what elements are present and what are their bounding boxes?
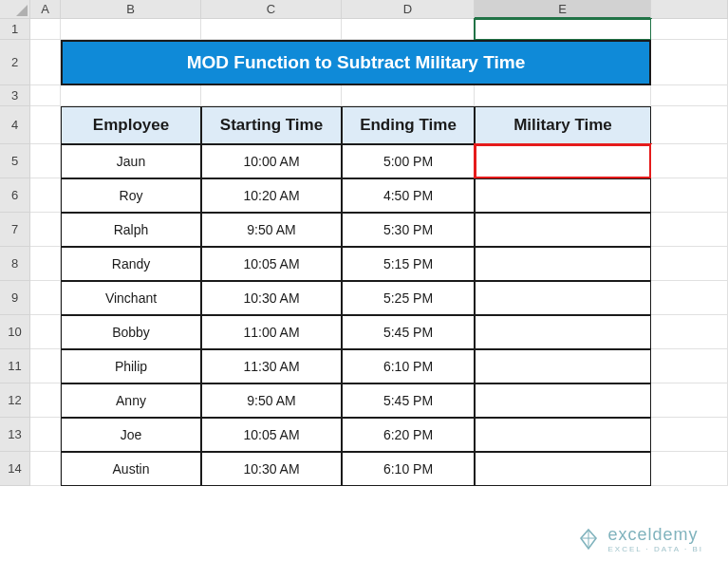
cell-military-1[interactable] (475, 178, 651, 213)
row-header-12[interactable]: 12 (0, 383, 30, 418)
cell-start-6[interactable]: 11:30 AM (201, 349, 342, 383)
col-header-blank[interactable] (651, 0, 728, 19)
col-header-A[interactable]: A (30, 0, 61, 19)
cell-F8[interactable] (651, 247, 728, 281)
cell-military-7[interactable] (475, 383, 651, 418)
cell-E3[interactable] (475, 85, 651, 106)
cell-start-2[interactable]: 9:50 AM (201, 213, 342, 247)
cell-F1[interactable] (651, 19, 728, 40)
cell-end-9[interactable]: 6:10 PM (342, 452, 475, 486)
cell-military-5[interactable] (475, 315, 651, 349)
cell-end-3[interactable]: 5:15 PM (342, 247, 475, 281)
cell-employee-6[interactable]: Philip (61, 349, 201, 383)
cell-F2[interactable] (651, 40, 728, 85)
cell-start-4[interactable]: 10:30 AM (201, 281, 342, 315)
cell-F4[interactable] (651, 106, 728, 144)
cell-end-8[interactable]: 6:20 PM (342, 418, 475, 452)
cell-A9[interactable] (30, 281, 61, 315)
cell-employee-8[interactable]: Joe (61, 418, 201, 452)
cell-employee-7[interactable]: Anny (61, 383, 201, 418)
cell-employee-9[interactable]: Austin (61, 452, 201, 486)
col-header-D[interactable]: D (342, 0, 475, 19)
cell-B3[interactable] (61, 85, 201, 106)
cell-F11[interactable] (651, 349, 728, 383)
cell-C1[interactable] (201, 19, 342, 40)
cell-A3[interactable] (30, 85, 61, 106)
cell-F9[interactable] (651, 281, 728, 315)
cell-F13[interactable] (651, 418, 728, 452)
row-header-2[interactable]: 2 (0, 40, 30, 85)
cell-A7[interactable] (30, 213, 61, 247)
header-military[interactable]: Military Time (475, 106, 651, 144)
cell-D1[interactable] (342, 19, 475, 40)
cell-military-0[interactable] (475, 144, 651, 178)
cell-A1[interactable] (30, 19, 61, 40)
cell-start-0[interactable]: 10:00 AM (201, 144, 342, 178)
cell-F7[interactable] (651, 213, 728, 247)
row-header-9[interactable]: 9 (0, 281, 30, 315)
cell-B1[interactable] (61, 19, 201, 40)
row-header-10[interactable]: 10 (0, 315, 30, 349)
cell-end-6[interactable]: 6:10 PM (342, 349, 475, 383)
cell-A2[interactable] (30, 40, 61, 85)
cell-military-6[interactable] (475, 349, 651, 383)
col-header-C[interactable]: C (201, 0, 342, 19)
cell-employee-4[interactable]: Vinchant (61, 281, 201, 315)
row-header-7[interactable]: 7 (0, 213, 30, 247)
cell-F3[interactable] (651, 85, 728, 106)
col-header-E[interactable]: E (475, 0, 651, 19)
row-header-13[interactable]: 13 (0, 418, 30, 452)
cell-end-4[interactable]: 5:25 PM (342, 281, 475, 315)
cell-military-4[interactable] (475, 281, 651, 315)
cell-A6[interactable] (30, 178, 61, 213)
cell-employee-2[interactable]: Ralph (61, 213, 201, 247)
cell-military-8[interactable] (475, 418, 651, 452)
cell-F14[interactable] (651, 452, 728, 486)
cell-A11[interactable] (30, 349, 61, 383)
col-header-B[interactable]: B (61, 0, 201, 19)
cell-A5[interactable] (30, 144, 61, 178)
cell-military-9[interactable] (475, 452, 651, 486)
cell-C3[interactable] (201, 85, 342, 106)
row-header-6[interactable]: 6 (0, 178, 30, 213)
cell-military-3[interactable] (475, 247, 651, 281)
row-header-3[interactable]: 3 (0, 85, 30, 106)
cell-F10[interactable] (651, 315, 728, 349)
row-header-1[interactable]: 1 (0, 19, 30, 40)
cell-end-1[interactable]: 4:50 PM (342, 178, 475, 213)
cell-start-8[interactable]: 10:05 AM (201, 418, 342, 452)
cell-A13[interactable] (30, 418, 61, 452)
cell-A10[interactable] (30, 315, 61, 349)
cell-F5[interactable] (651, 144, 728, 178)
header-employee[interactable]: Employee (61, 106, 201, 144)
cell-end-5[interactable]: 5:45 PM (342, 315, 475, 349)
cell-employee-5[interactable]: Bobby (61, 315, 201, 349)
cell-A8[interactable] (30, 247, 61, 281)
cell-E1[interactable] (475, 19, 651, 40)
cell-employee-1[interactable]: Roy (61, 178, 201, 213)
cell-A12[interactable] (30, 383, 61, 418)
cell-end-0[interactable]: 5:00 PM (342, 144, 475, 178)
cell-F6[interactable] (651, 178, 728, 213)
row-header-5[interactable]: 5 (0, 144, 30, 178)
cell-D3[interactable] (342, 85, 475, 106)
title-cell[interactable]: MOD Function to Subtract Military Time (61, 40, 651, 85)
row-header-8[interactable]: 8 (0, 247, 30, 281)
cell-end-2[interactable]: 5:30 PM (342, 213, 475, 247)
header-starting[interactable]: Starting Time (201, 106, 342, 144)
cell-start-3[interactable]: 10:05 AM (201, 247, 342, 281)
cell-start-5[interactable]: 11:00 AM (201, 315, 342, 349)
cell-employee-3[interactable]: Randy (61, 247, 201, 281)
select-all-corner[interactable] (0, 0, 30, 19)
cell-A4[interactable] (30, 106, 61, 144)
cell-military-2[interactable] (475, 213, 651, 247)
cell-employee-0[interactable]: Jaun (61, 144, 201, 178)
cell-start-7[interactable]: 9:50 AM (201, 383, 342, 418)
header-ending[interactable]: Ending Time (342, 106, 475, 144)
cell-F12[interactable] (651, 383, 728, 418)
cell-end-7[interactable]: 5:45 PM (342, 383, 475, 418)
cell-A14[interactable] (30, 452, 61, 486)
cell-start-1[interactable]: 10:20 AM (201, 178, 342, 213)
row-header-11[interactable]: 11 (0, 349, 30, 383)
cell-start-9[interactable]: 10:30 AM (201, 452, 342, 486)
